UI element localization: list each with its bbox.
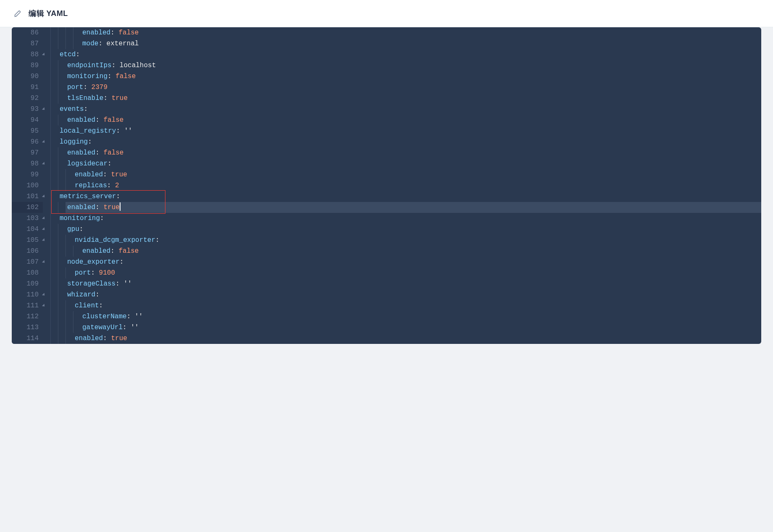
line-number[interactable]: 105 xyxy=(12,235,43,246)
fold-gutter[interactable] xyxy=(43,322,50,333)
fold-gutter[interactable] xyxy=(43,267,50,278)
code-content[interactable]: monitoring: xyxy=(58,213,761,224)
code-content[interactable]: enabled: true xyxy=(66,202,761,213)
code-content[interactable]: logsidecar: xyxy=(66,158,761,169)
code-line[interactable]: 109storageClass: '' xyxy=(12,278,761,289)
code-content[interactable]: monitoring: false xyxy=(66,71,761,82)
line-number[interactable]: 95 xyxy=(12,126,43,136)
code-content[interactable]: port: 9100 xyxy=(73,267,761,278)
line-number[interactable]: 111 xyxy=(12,300,43,311)
code-content[interactable]: enabled: false xyxy=(81,27,761,38)
line-number[interactable]: 97 xyxy=(12,147,43,158)
code-line[interactable]: 104gpu: xyxy=(12,224,761,235)
line-number[interactable]: 86 xyxy=(12,27,43,38)
line-number[interactable]: 87 xyxy=(12,38,43,49)
code-line[interactable]: 93events: xyxy=(12,104,761,115)
code-line[interactable]: 105nvidia_dcgm_exporter: xyxy=(12,235,761,246)
code-content[interactable]: gpu: xyxy=(66,224,761,235)
fold-toggle-icon[interactable] xyxy=(42,107,46,111)
fold-gutter[interactable] xyxy=(43,49,50,60)
line-number[interactable]: 103 xyxy=(12,213,43,224)
fold-gutter[interactable] xyxy=(43,278,50,289)
code-line[interactable]: 110whizard: xyxy=(12,289,761,300)
line-number[interactable]: 101 xyxy=(12,191,43,202)
line-number[interactable]: 113 xyxy=(12,322,43,333)
code-content[interactable]: enabled: true xyxy=(73,333,761,344)
fold-gutter[interactable] xyxy=(43,60,50,71)
code-line[interactable]: 114enabled: true xyxy=(12,333,761,344)
code-line[interactable]: 100replicas: 2 xyxy=(12,180,761,191)
code-line[interactable]: 101metrics_server: xyxy=(12,191,761,202)
fold-gutter[interactable] xyxy=(43,126,50,136)
fold-gutter[interactable] xyxy=(43,115,50,126)
code-content[interactable]: clusterName: '' xyxy=(81,311,761,322)
line-number[interactable]: 102 xyxy=(12,202,43,213)
code-line[interactable]: 87mode: external xyxy=(12,38,761,49)
fold-gutter[interactable] xyxy=(43,289,50,300)
code-line[interactable]: 113gatewayUrl: '' xyxy=(12,322,761,333)
code-line[interactable]: 91port: 2379 xyxy=(12,82,761,93)
fold-gutter[interactable] xyxy=(43,246,50,257)
fold-gutter[interactable] xyxy=(43,158,50,169)
line-number[interactable]: 104 xyxy=(12,224,43,235)
code-content[interactable]: node_exporter: xyxy=(66,257,761,267)
line-number[interactable]: 99 xyxy=(12,169,43,180)
code-line[interactable]: 103monitoring: xyxy=(12,213,761,224)
code-line[interactable]: 107node_exporter: xyxy=(12,257,761,267)
code-line[interactable]: 90monitoring: false xyxy=(12,71,761,82)
code-line[interactable]: 89endpointIps: localhost xyxy=(12,60,761,71)
fold-gutter[interactable] xyxy=(43,191,50,202)
fold-gutter[interactable] xyxy=(43,104,50,115)
code-content[interactable]: events: xyxy=(58,104,761,115)
code-content[interactable]: gatewayUrl: '' xyxy=(81,322,761,333)
code-content[interactable]: mode: external xyxy=(81,38,761,49)
code-line[interactable]: 92tlsEnable: true xyxy=(12,93,761,104)
code-editor[interactable]: 86enabled: false87mode: external88etcd:8… xyxy=(12,27,761,344)
code-line[interactable]: 96logging: xyxy=(12,136,761,147)
code-content[interactable]: storageClass: '' xyxy=(66,278,761,289)
fold-toggle-icon[interactable] xyxy=(42,194,46,198)
line-number[interactable]: 90 xyxy=(12,71,43,82)
fold-toggle-icon[interactable] xyxy=(42,238,46,242)
line-number[interactable]: 114 xyxy=(12,333,43,344)
fold-gutter[interactable] xyxy=(43,169,50,180)
code-line[interactable]: 98logsidecar: xyxy=(12,158,761,169)
fold-gutter[interactable] xyxy=(43,257,50,267)
fold-gutter[interactable] xyxy=(43,93,50,104)
fold-toggle-icon[interactable] xyxy=(42,52,46,56)
line-number[interactable]: 88 xyxy=(12,49,43,60)
fold-gutter[interactable] xyxy=(43,333,50,344)
fold-gutter[interactable] xyxy=(43,136,50,147)
code-content[interactable]: port: 2379 xyxy=(66,82,761,93)
fold-toggle-icon[interactable] xyxy=(42,162,46,165)
fold-toggle-icon[interactable] xyxy=(42,227,46,231)
fold-toggle-icon[interactable] xyxy=(42,260,46,264)
code-line[interactable]: 88etcd: xyxy=(12,49,761,60)
line-number[interactable]: 110 xyxy=(12,289,43,300)
line-number[interactable]: 92 xyxy=(12,93,43,104)
code-line[interactable]: 99enabled: true xyxy=(12,169,761,180)
code-content[interactable]: whizard: xyxy=(66,289,761,300)
code-content[interactable]: client: xyxy=(73,300,761,311)
code-line[interactable]: 94enabled: false xyxy=(12,115,761,126)
fold-toggle-icon[interactable] xyxy=(42,293,46,296)
code-content[interactable]: enabled: true xyxy=(73,169,761,180)
code-line[interactable]: 111client: xyxy=(12,300,761,311)
fold-toggle-icon[interactable] xyxy=(42,216,46,220)
line-number[interactable]: 106 xyxy=(12,246,43,257)
code-line[interactable]: 86enabled: false xyxy=(12,27,761,38)
fold-gutter[interactable] xyxy=(43,311,50,322)
code-content[interactable]: metrics_server: xyxy=(58,191,761,202)
code-line[interactable]: 112clusterName: '' xyxy=(12,311,761,322)
code-content[interactable]: enabled: false xyxy=(81,246,761,257)
fold-toggle-icon[interactable] xyxy=(42,304,46,307)
line-number[interactable]: 93 xyxy=(12,104,43,115)
code-content[interactable]: etcd: xyxy=(58,49,761,60)
line-number[interactable]: 107 xyxy=(12,257,43,267)
code-content[interactable]: endpointIps: localhost xyxy=(66,60,761,71)
code-content[interactable]: enabled: false xyxy=(66,115,761,126)
code-content[interactable]: tlsEnable: true xyxy=(66,93,761,104)
line-number[interactable]: 96 xyxy=(12,136,43,147)
code-line[interactable]: 95local_registry: '' xyxy=(12,126,761,136)
fold-gutter[interactable] xyxy=(43,147,50,158)
